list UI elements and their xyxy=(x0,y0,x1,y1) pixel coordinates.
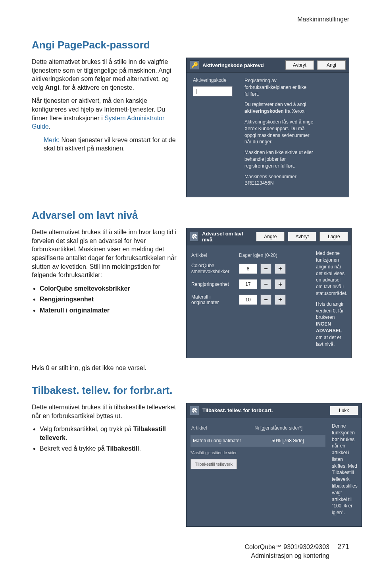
reset-panel: 🛠 Tilbakest. tellev. for forbr.art. Lukk… xyxy=(186,403,362,527)
act-info-5: Maskinens serienummer: BRE123456N xyxy=(244,174,314,187)
low-warning-title: Advarsel om lavt nivå xyxy=(202,231,253,243)
running-header: Maskininnstillinger xyxy=(32,16,349,23)
warn-row-2: Materull i originalmater 10 − + xyxy=(190,292,310,308)
reset-col-pct: % [gjenstående sider*] xyxy=(255,425,322,431)
settings-icon-2: 🛠 xyxy=(190,406,199,415)
activation-code-value: | xyxy=(196,89,197,94)
activation-code-label: Aktiveringskode xyxy=(190,77,238,83)
warn-info-1: Med denne funksjonen angir du når det sk… xyxy=(316,250,347,297)
low-warning-panel: 🛠 Advarsel om lavt nivå Angre Avbryt Lag… xyxy=(186,228,352,358)
section3-text: Dette alternativet brukes til å tilbakes… xyxy=(32,403,177,458)
section2-after: Hvis 0 er stilt inn, gis det ikke noe va… xyxy=(32,364,349,372)
activation-code-input[interactable]: | xyxy=(193,86,233,96)
reset-title: Tilbakest. tellev. for forbr.art. xyxy=(202,407,273,413)
s3-li2b: Tilbakestill xyxy=(106,445,139,452)
plus-button-1[interactable]: + xyxy=(275,279,286,289)
s3-li2a: Bekreft ved å trykke på xyxy=(40,445,106,452)
warn-row-1: Rengjøringsenhet 17 − + xyxy=(190,277,310,292)
s3-li2c: . xyxy=(139,445,140,452)
reset-counter-button[interactable]: Tilbakestill telleverk xyxy=(190,459,237,469)
reset-info: Denne funksjonen bør brukes når en artik… xyxy=(332,423,358,516)
s3-li1a: Velg forbruksartikkel, og trykk på xyxy=(40,426,133,432)
s3-li1c: . xyxy=(65,434,67,441)
col-days: Dager igjen (0-20) xyxy=(239,253,302,258)
heading-low-warning: Advarsel om lavt nivå xyxy=(32,209,349,222)
warn-value-1[interactable]: 17 xyxy=(239,279,257,289)
reset-col-article: Artikkel xyxy=(191,425,255,431)
s2-p1: Dette alternativet brukes til å stille i… xyxy=(32,228,177,280)
minus-button-1[interactable]: − xyxy=(260,279,271,289)
note-text: Noen tjenester vil kreve omstart for at … xyxy=(44,137,176,152)
reset-row[interactable]: Materull i originalmater 50% [768 Side] xyxy=(190,435,325,447)
warn-info-2a: Hvis du angir verdien 0, får brukeren xyxy=(316,301,344,320)
s1-p2c: . xyxy=(49,123,50,130)
reset-note: *Anslått gjenstående sider xyxy=(190,451,325,455)
s1-p1c: . for å aktivere en tjeneste. xyxy=(59,84,134,91)
footer-doc: Administrasjon og kontering xyxy=(244,551,329,560)
s3-p1: Dette alternativet brukes til å tilbakes… xyxy=(32,403,177,420)
minus-button-2[interactable]: − xyxy=(260,295,271,305)
cancel-button-2[interactable]: Avbryt xyxy=(288,232,316,241)
settings-icon: 🛠 xyxy=(190,232,199,241)
warn-name-0: ColorQube smeltevoksbrikker xyxy=(191,263,239,274)
plus-button-0[interactable]: + xyxy=(275,264,286,274)
s2-li1: ColorQube smeltevoksbrikker xyxy=(40,285,130,292)
act-info-2c: fra Xerox. xyxy=(284,108,306,114)
warn-info-2c: om at det er lavt nivå. xyxy=(316,335,341,347)
warn-row-0: ColorQube smeltevoksbrikker 8 − + xyxy=(190,260,310,277)
submit-button[interactable]: Angi xyxy=(317,60,346,70)
footer-product: ColorQube™ 9301/9302/9303 xyxy=(244,543,329,551)
activation-panel-title: Aktiveringskode påkrevd xyxy=(202,62,264,68)
heading-pagepack: Angi PagePack-passord xyxy=(32,39,349,51)
activation-icon: 🔑 xyxy=(190,60,199,70)
act-info-1: Registrering av forbruksartikkelplanen e… xyxy=(244,77,314,97)
section1-text: Dette alternativet brukes til å stille i… xyxy=(32,58,177,158)
reset-row-value: 50% [768 Side] xyxy=(254,438,321,443)
reset-row-name: Materull i originalmater xyxy=(193,438,254,443)
activation-panel: 🔑 Aktiveringskode påkrevd Avbryt Angi Ak… xyxy=(186,58,349,197)
undo-button[interactable]: Angre xyxy=(256,232,285,241)
warn-name-1: Rengjøringsenhet xyxy=(191,281,239,287)
act-info-4: Maskinen kan ikke skrive ut eller behand… xyxy=(244,149,314,169)
cancel-button[interactable]: Avbryt xyxy=(285,60,314,70)
section2-text: Dette alternativet brukes til å stille i… xyxy=(32,228,177,319)
warn-name-2: Materull i originalmater xyxy=(191,294,239,306)
act-info-2a: Du registrerer den ved å angi xyxy=(244,102,306,107)
act-info-2b: aktiveringskoden xyxy=(244,108,284,114)
act-info-3: Aktiveringskoden fås ved å ringe Xerox K… xyxy=(244,119,314,145)
col-article: Artikkel xyxy=(191,253,239,258)
s2-li3: Materull i originalmater xyxy=(40,307,110,314)
close-button[interactable]: Lukk xyxy=(330,406,358,415)
plus-button-2[interactable]: + xyxy=(275,295,286,305)
footer-page-number: 271 xyxy=(337,543,349,551)
minus-button-0[interactable]: − xyxy=(260,264,271,274)
warn-info-2b: INGEN ADVARSEL xyxy=(316,321,342,334)
warn-value-0[interactable]: 8 xyxy=(239,264,257,274)
save-button[interactable]: Lagre xyxy=(319,232,348,241)
heading-reset-counter: Tilbakest. tellev. for forbr.art. xyxy=(32,384,349,397)
warn-value-2[interactable]: 10 xyxy=(239,295,257,305)
s1-p1b: Angi xyxy=(45,84,60,91)
s2-li2: Rengjøringsenhet xyxy=(40,296,94,303)
note-label: Merk: xyxy=(44,137,60,143)
